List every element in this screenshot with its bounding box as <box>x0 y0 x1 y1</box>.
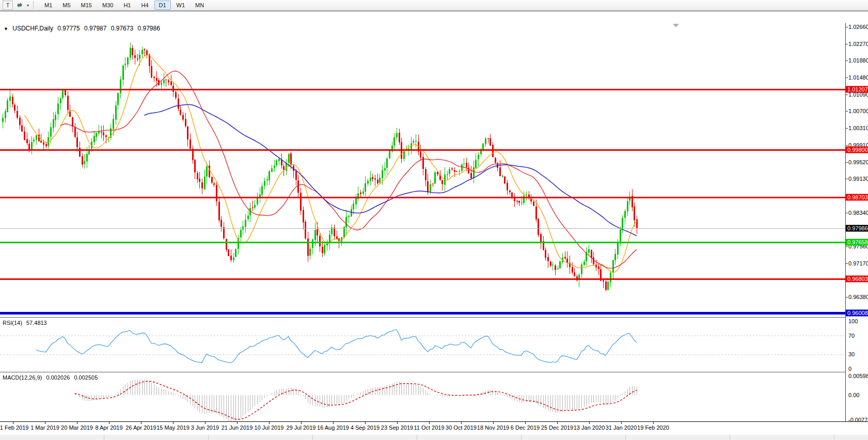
price-axis[interactable]: 1.026601.022701.018801.014801.010901.007… <box>845 23 868 421</box>
chart-shift-marker-icon[interactable] <box>673 24 679 27</box>
date-tick-mark <box>429 422 430 424</box>
date-tick-label: 29 Jul 2019 <box>287 425 316 431</box>
rsi-indicator-canvas[interactable] <box>0 318 845 372</box>
macd-indicator-canvas[interactable] <box>0 372 845 421</box>
price-tick-label: 0.96380 <box>848 294 868 300</box>
date-tick-label: 10 Jul 2019 <box>255 425 284 431</box>
price-line-badge: 0.97986 <box>846 225 868 231</box>
date-tick-mark <box>525 422 526 424</box>
date-tick-mark <box>365 422 366 424</box>
price-tick-mark <box>846 145 848 146</box>
timeframe-button-D1[interactable]: D1 <box>154 1 171 10</box>
date-tick-mark <box>13 422 13 424</box>
rsi-value: 57.4813 <box>26 320 47 326</box>
price-tick-mark <box>846 77 848 78</box>
date-tick-label: 20 Mar 2019 <box>61 425 93 431</box>
timeframe-button-M5[interactable]: M5 <box>58 1 75 10</box>
price-line-badge: 1.01207 <box>846 86 868 93</box>
date-tick-label: 11 Feb 2019 <box>0 425 28 431</box>
price-tick-mark <box>846 111 848 112</box>
macd-main-value: 0.002026 <box>46 374 70 381</box>
date-tick-mark <box>589 422 590 424</box>
ohlc-open: 0.97775 <box>57 25 80 32</box>
date-tick-label: 23 Sep 2019 <box>381 425 413 431</box>
chart-expander-icon[interactable]: ▼ <box>4 26 8 32</box>
date-tick-label: 13 Jan 2020 <box>574 425 605 431</box>
price-tick-mark <box>846 44 848 44</box>
ohlc-close: 0.97986 <box>138 25 160 32</box>
date-tick-mark <box>461 422 462 424</box>
date-tick-mark <box>173 422 173 424</box>
date-tick-label: 19 Feb 2020 <box>637 425 669 431</box>
pane-separator[interactable] <box>0 317 868 318</box>
status-bar <box>0 434 868 440</box>
price-tick-label: 0.99520 <box>848 159 868 165</box>
price-tick-mark <box>846 297 848 297</box>
price-line-badge: 0.98703 <box>846 194 868 200</box>
price-tick-mark <box>846 27 848 27</box>
timeframe-button-M1[interactable]: M1 <box>40 1 57 10</box>
timeframe-button-H4[interactable]: H4 <box>136 1 153 10</box>
macd-scale-label: 0.00 <box>848 392 859 398</box>
date-tick-mark <box>621 422 622 424</box>
date-tick-label: 21 Jun 2019 <box>222 425 253 431</box>
rsi-scale-label: 0 <box>848 366 851 372</box>
date-tick-mark <box>269 422 270 424</box>
timeframe-button-W1[interactable]: W1 <box>172 1 190 10</box>
date-tick-label: 15 May 2019 <box>156 425 190 431</box>
text-tool-icon: T <box>6 2 10 8</box>
price-chart-canvas[interactable] <box>0 23 845 317</box>
rsi-scale-label: 70 <box>848 333 855 339</box>
chart-title: ▼ USDCHF,Daily 0.97775 0.97987 0.97673 0… <box>4 25 165 32</box>
macd-name: MACD(12,26,9) <box>3 374 42 381</box>
price-tick-label: 1.00310 <box>848 125 868 131</box>
date-tick-label: 31 Jan 2020 <box>606 425 637 431</box>
macd-label: MACD(12,26,9) 0.002026 0.002505 <box>3 374 100 381</box>
price-tick-mark <box>846 213 848 213</box>
text-tool-button[interactable]: T <box>3 1 13 10</box>
price-line-badge: 0.96803 <box>846 276 868 282</box>
date-tick-mark <box>237 422 238 424</box>
pane-separator[interactable] <box>0 372 868 372</box>
timeframe-buttons: M1M5M15M30H1H4D1W1MN <box>40 1 209 10</box>
price-tick-mark <box>846 162 848 163</box>
timeframe-button-M15[interactable]: M15 <box>76 1 97 10</box>
macd-scale-label: 0.005986 <box>848 373 868 379</box>
arrows-dropdown-caret[interactable]: ▾ <box>27 3 29 8</box>
price-line-badge: 0.97658 <box>846 239 868 245</box>
price-line-badge: 0.99800 <box>846 147 868 153</box>
date-tick-mark <box>141 422 141 424</box>
price-tick-label: 1.01880 <box>848 57 868 64</box>
chart-window: ▼ USDCHF,Daily 0.97775 0.97987 0.97673 0… <box>0 11 868 440</box>
price-tick-mark <box>846 246 848 247</box>
price-tick-mark <box>846 179 848 179</box>
price-tick-mark <box>846 128 848 129</box>
price-tick-mark <box>846 60 848 61</box>
price-tick-label: 0.97170 <box>848 260 868 266</box>
timeframe-button-MN[interactable]: MN <box>191 1 209 10</box>
price-tick-label: 0.98340 <box>848 210 868 216</box>
timeframe-button-M30[interactable]: M30 <box>98 1 118 10</box>
timeframe-button-H1[interactable]: H1 <box>119 1 135 10</box>
date-tick-mark <box>205 422 206 424</box>
date-tick-mark <box>493 422 494 424</box>
date-tick-mark <box>301 422 302 424</box>
date-axis[interactable]: 11 Feb 20191 Mar 201920 Mar 20198 Apr 20… <box>0 421 868 435</box>
macd-signal-value: 0.002505 <box>74 374 98 381</box>
date-tick-label: 25 Dec 2019 <box>541 425 573 431</box>
date-tick-mark <box>77 422 77 424</box>
arrows-tool-button[interactable] <box>15 1 24 9</box>
date-tick-label: 30 Oct 2019 <box>446 425 477 431</box>
date-tick-label: 16 Aug 2019 <box>317 425 349 431</box>
top-toolbar: T ▾ M1M5M15M30H1H4D1W1MN <box>0 0 868 11</box>
date-tick-label: 8 Apr 2019 <box>95 425 122 431</box>
date-tick-mark <box>109 422 109 424</box>
date-tick-label: 26 Apr 2019 <box>125 425 156 431</box>
ohlc-low: 0.97673 <box>111 25 133 32</box>
price-line-badge: 0.96008 <box>846 310 868 317</box>
price-tick-label: 1.00700 <box>848 108 868 114</box>
date-tick-label: 1 Mar 2019 <box>30 425 59 431</box>
price-tick-label: 1.02270 <box>848 41 868 47</box>
rsi-scale-label: 100 <box>848 318 858 324</box>
price-tick-label: 1.01480 <box>848 74 868 81</box>
